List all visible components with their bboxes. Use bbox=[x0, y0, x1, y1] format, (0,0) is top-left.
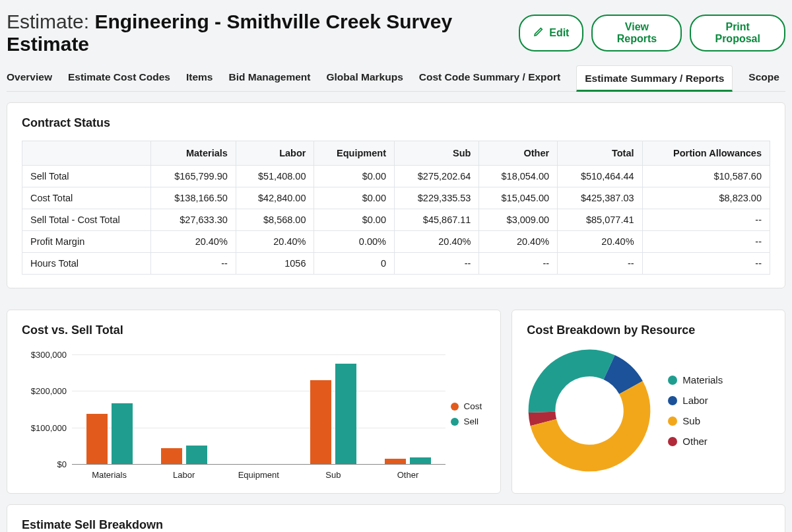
table-cell: $510,464.44 bbox=[558, 166, 642, 187]
cost-vs-sell-card: Cost vs. Sell Total $0$100,000$200,000$3… bbox=[7, 310, 501, 494]
tab-items[interactable]: Items bbox=[186, 65, 213, 91]
table-row: Sell Total - Cost Total$27,633.30$8,568.… bbox=[22, 209, 770, 231]
contract-status-table: MaterialsLaborEquipmentSubOtherTotalPort… bbox=[22, 141, 770, 275]
swatch-sell bbox=[451, 418, 459, 426]
table-cell: $0.00 bbox=[314, 209, 395, 231]
bar-cost bbox=[161, 448, 182, 464]
table-row: Hours Total--10560-------- bbox=[22, 253, 770, 275]
tab-global-markups[interactable]: Global Markups bbox=[327, 65, 403, 91]
table-header: Equipment bbox=[314, 141, 395, 166]
contract-status-card: Contract Status MaterialsLaborEquipmentS… bbox=[7, 102, 785, 288]
cost-breakdown-legend: MaterialsLaborSubOther bbox=[668, 374, 723, 447]
print-proposal-button[interactable]: Print Proposal bbox=[690, 15, 785, 51]
table-header: Total bbox=[558, 141, 642, 166]
table-cell: $3,009.00 bbox=[479, 209, 558, 231]
table-cell: $8,568.00 bbox=[236, 209, 314, 231]
table-cell: $51,408.00 bbox=[236, 166, 314, 187]
x-label: Other bbox=[370, 470, 445, 480]
swatch-sub bbox=[668, 416, 677, 426]
x-label: Labor bbox=[147, 470, 221, 480]
x-label: Materials bbox=[72, 470, 147, 480]
table-row: Sell Total$165,799.90$51,408.00$0.00$275… bbox=[22, 166, 770, 187]
pencil-icon bbox=[533, 26, 544, 40]
view-reports-button[interactable]: View Reports bbox=[591, 15, 682, 51]
table-cell: 20.40% bbox=[558, 231, 642, 253]
bar-cost bbox=[86, 414, 108, 464]
table-cell: $0.00 bbox=[314, 166, 395, 187]
swatch-labor bbox=[668, 396, 677, 405]
legend-sub: Sub bbox=[668, 415, 723, 426]
table-header: Portion Allowances bbox=[642, 141, 770, 166]
table-cell: $229,335.53 bbox=[394, 187, 478, 209]
table-header: Other bbox=[479, 141, 558, 166]
table-cell: $425,387.03 bbox=[558, 187, 642, 209]
table-header: Materials bbox=[151, 141, 236, 166]
row-label: Sell Total - Cost Total bbox=[22, 209, 151, 231]
swatch-materials bbox=[668, 376, 677, 385]
y-tick-label: $200,000 bbox=[22, 386, 67, 396]
edit-button[interactable]: Edit bbox=[519, 15, 583, 51]
cost-vs-sell-title: Cost vs. Sell Total bbox=[22, 323, 486, 337]
table-cell: $8,823.00 bbox=[642, 187, 770, 209]
row-label: Sell Total bbox=[22, 166, 151, 187]
legend-label: Sub bbox=[682, 415, 700, 426]
tab-cost-code-summary-export[interactable]: Cost Code Summary / Export bbox=[419, 65, 560, 91]
table-header: Sub bbox=[394, 141, 478, 166]
legend-materials: Materials bbox=[668, 374, 723, 385]
table-cell: 20.40% bbox=[151, 231, 236, 253]
view-reports-label: View Reports bbox=[606, 21, 667, 45]
cost-vs-sell-chart: $0$100,000$200,000$300,000MaterialsLabor… bbox=[22, 354, 446, 480]
table-cell: 20.40% bbox=[479, 231, 558, 253]
table-row: Cost Total$138,166.50$42,840.00$0.00$229… bbox=[22, 187, 770, 209]
bar-group-other bbox=[370, 354, 445, 464]
bar-group-equipment bbox=[221, 354, 296, 464]
row-label: Hours Total bbox=[22, 253, 151, 275]
tab-estimate-cost-codes[interactable]: Estimate Cost Codes bbox=[68, 65, 170, 91]
swatch-cost bbox=[451, 403, 459, 411]
bar-sell bbox=[186, 446, 207, 464]
table-cell: $42,840.00 bbox=[236, 187, 314, 209]
table-cell: -- bbox=[642, 253, 770, 275]
legend-cost: Cost bbox=[451, 401, 482, 411]
table-cell: $27,633.30 bbox=[151, 209, 236, 231]
table-cell: -- bbox=[151, 253, 236, 275]
bar-sell bbox=[335, 364, 356, 464]
tab-estimate-summary-reports[interactable]: Estimate Summary / Reports bbox=[576, 65, 733, 92]
table-row: Profit Margin20.40%20.40%0.00%20.40%20.4… bbox=[22, 231, 770, 253]
table-cell: -- bbox=[394, 253, 478, 275]
legend-other: Other bbox=[668, 436, 723, 447]
y-tick-label: $100,000 bbox=[22, 422, 67, 432]
table-cell: $165,799.90 bbox=[151, 166, 236, 187]
table-cell: $18,054.00 bbox=[479, 166, 558, 187]
tab-overview[interactable]: Overview bbox=[7, 65, 52, 91]
y-tick-label: $300,000 bbox=[22, 350, 67, 360]
legend-sell-label: Sell bbox=[464, 416, 479, 426]
legend-label: Labor bbox=[682, 395, 708, 406]
tabbar: OverviewEstimate Cost CodesItemsBid Mana… bbox=[7, 65, 785, 92]
legend-labor: Labor bbox=[668, 395, 723, 406]
bar-cost bbox=[310, 380, 331, 464]
legend-label: Other bbox=[682, 436, 708, 447]
table-cell: $0.00 bbox=[314, 187, 395, 209]
page-title: Estimate: Engineering - Smithville Creek… bbox=[7, 11, 519, 55]
edit-button-label: Edit bbox=[549, 27, 569, 39]
swatch-other bbox=[668, 437, 677, 446]
row-label: Cost Total bbox=[22, 187, 151, 209]
print-proposal-label: Print Proposal bbox=[704, 21, 771, 45]
table-cell: 20.40% bbox=[394, 231, 478, 253]
tab-bid-management[interactable]: Bid Management bbox=[228, 65, 310, 91]
table-header bbox=[22, 141, 151, 166]
table-cell: $275,202.64 bbox=[394, 166, 478, 187]
table-cell: 0 bbox=[314, 253, 395, 275]
header-actions: Edit View Reports Print Proposal bbox=[519, 15, 785, 51]
legend-label: Materials bbox=[682, 374, 723, 385]
contract-status-title: Contract Status bbox=[22, 116, 770, 130]
tab-scope[interactable]: Scope bbox=[748, 65, 779, 91]
bar-sell bbox=[410, 457, 431, 464]
bar-sell bbox=[112, 403, 133, 464]
table-header: Labor bbox=[236, 141, 314, 166]
table-cell: -- bbox=[642, 209, 770, 231]
legend-cost-label: Cost bbox=[464, 401, 482, 411]
cost-breakdown-donut bbox=[527, 348, 652, 473]
estimate-sell-breakdown-card: Estimate Sell Breakdown bbox=[7, 504, 785, 532]
